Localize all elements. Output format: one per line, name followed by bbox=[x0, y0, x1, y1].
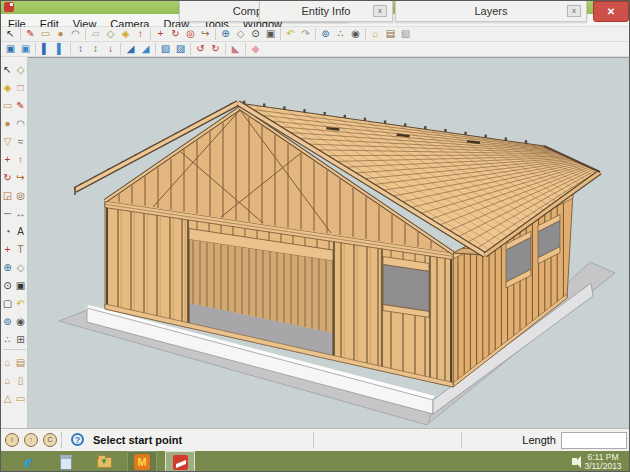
polygon-tool-button[interactable]: ▽ bbox=[1, 135, 14, 149]
line-tool-button[interactable]: ✎ bbox=[14, 99, 27, 113]
offset-tool-button[interactable]: ◎ bbox=[14, 189, 27, 203]
toolbar-separator bbox=[245, 43, 246, 55]
plugin-tool-11-button[interactable]: ▨ bbox=[173, 42, 188, 56]
credits-badge[interactable]: C bbox=[43, 433, 57, 447]
plugin-tool-08-button[interactable]: ◢ bbox=[123, 42, 138, 56]
look-around-tool-button[interactable]: ◉ bbox=[348, 27, 363, 41]
orbit-tool-button[interactable]: ⊕ bbox=[218, 27, 233, 41]
plugin-tool-05-button[interactable]: ↕ bbox=[73, 42, 88, 56]
axes-tool-button[interactable]: + bbox=[1, 243, 14, 257]
taskbar-clock[interactable]: 6:11 PM 3/11/2013 bbox=[579, 453, 627, 471]
follow-me-tool-button[interactable]: ↪ bbox=[198, 27, 213, 41]
window-close-button[interactable]: ✕ bbox=[593, 1, 629, 22]
rotate-tool-button[interactable]: ↻ bbox=[1, 171, 14, 185]
plugin-tool-10-button[interactable]: ▧ bbox=[158, 42, 173, 56]
position-camera-tool-button[interactable]: ⊚ bbox=[318, 27, 333, 41]
arc-tool-button[interactable]: ◠ bbox=[14, 117, 27, 131]
circle-tool-button[interactable]: ● bbox=[1, 117, 14, 131]
components-browser-button[interactable]: ▧ bbox=[398, 27, 413, 41]
zoom-window-tool-button[interactable]: ▣ bbox=[14, 279, 27, 293]
zoom-extents-tool-button[interactable]: ▣ bbox=[263, 27, 278, 41]
taskbar-calculator[interactable] bbox=[51, 451, 81, 472]
view-right-button[interactable]: ▯ bbox=[14, 374, 27, 388]
plugin-tool-04-button[interactable]: ▌ bbox=[53, 42, 68, 56]
plugin-tool-07-button[interactable]: ↓ bbox=[103, 42, 118, 56]
offset-tool-button[interactable]: ◎ bbox=[183, 27, 198, 41]
view-left-button[interactable]: ▭ bbox=[14, 392, 27, 406]
view-iso-button[interactable]: ⌂ bbox=[1, 356, 14, 370]
geolocation-badge[interactable]: i bbox=[5, 433, 19, 447]
toolbar-separator bbox=[85, 28, 86, 40]
rectangle-tool-button[interactable]: ▭ bbox=[38, 27, 53, 41]
view-top-button[interactable]: ▤ bbox=[14, 356, 27, 370]
make-component-tool-button[interactable]: ◇ bbox=[14, 63, 27, 77]
plugin-tool-02-button[interactable]: ▣ bbox=[18, 42, 33, 56]
panel-title-layers: Layers bbox=[396, 1, 586, 21]
eraser-tool-button[interactable]: □ bbox=[14, 81, 27, 95]
tape-measure-tool-button[interactable]: ─ bbox=[1, 207, 14, 221]
viewport-canvas[interactable] bbox=[28, 57, 630, 428]
plugin-tool-01-button[interactable]: ▣ bbox=[3, 42, 18, 56]
push-pull-tool-button[interactable]: ↑ bbox=[133, 27, 148, 41]
walk-tool-button[interactable]: ∴ bbox=[333, 27, 348, 41]
previous-view-button[interactable]: ↶ bbox=[283, 27, 298, 41]
dimension-tool-button[interactable]: ↔ bbox=[14, 207, 27, 221]
pan-tool-button[interactable]: ◇ bbox=[233, 27, 248, 41]
make-component-tool-button[interactable]: ◇ bbox=[103, 27, 118, 41]
taskbar-file-explorer[interactable] bbox=[89, 451, 119, 472]
paint-bucket-tool-button[interactable]: ◈ bbox=[1, 81, 14, 95]
push-pull-tool-button[interactable]: ↑ bbox=[14, 153, 27, 167]
view-front-button[interactable]: ⌂ bbox=[1, 374, 14, 388]
measurement-input[interactable] bbox=[561, 432, 627, 449]
zoom-extents-tool-button[interactable]: ▢ bbox=[1, 297, 14, 311]
walk-tool-button[interactable]: ∴ bbox=[1, 333, 14, 347]
select-tool-button[interactable]: ↖ bbox=[3, 27, 18, 41]
share-model-button[interactable]: ▤ bbox=[383, 27, 398, 41]
move-tool-button[interactable]: + bbox=[153, 27, 168, 41]
zoom-tool-button[interactable]: ⊙ bbox=[248, 27, 263, 41]
panel-close-layers[interactable]: x bbox=[567, 5, 581, 17]
plugin-tool-06-button[interactable]: ↕ bbox=[88, 42, 103, 56]
position-camera-tool-button[interactable]: ⊚ bbox=[1, 315, 14, 329]
follow-me-tool-button[interactable]: ↪ bbox=[14, 171, 27, 185]
volume-icon[interactable] bbox=[572, 458, 577, 465]
panel-tray-entity-info[interactable]: Entity Infox bbox=[259, 1, 393, 22]
plugin-tool-14-button[interactable]: ◣ bbox=[228, 42, 243, 56]
plugin-tool-15-button[interactable]: ◆ bbox=[248, 42, 263, 56]
rectangle-tool-button[interactable]: ▭ bbox=[1, 99, 14, 113]
panel-close-entity-info[interactable]: x bbox=[373, 5, 387, 17]
select-tool-button[interactable]: ↖ bbox=[1, 63, 14, 77]
look-around-tool-button[interactable]: ◉ bbox=[14, 315, 27, 329]
plugin-tool-09-button[interactable]: ◢ bbox=[138, 42, 153, 56]
view-back-button[interactable]: △ bbox=[1, 392, 14, 406]
freehand-tool-button[interactable]: ≈ bbox=[14, 135, 27, 149]
panel-tray-layers[interactable]: Layersx bbox=[395, 1, 587, 22]
taskbar-internet-explorer[interactable]: e bbox=[13, 451, 43, 472]
move-tool-button[interactable]: + bbox=[1, 153, 14, 167]
rotate-tool-button[interactable]: ↻ bbox=[168, 27, 183, 41]
help-icon[interactable]: ? bbox=[71, 433, 84, 446]
taskbar-game-app[interactable]: M bbox=[127, 451, 157, 472]
previous-view-button[interactable]: ↶ bbox=[14, 297, 27, 311]
text-tool-button[interactable]: A bbox=[14, 225, 27, 239]
arc-tool-button[interactable]: ◠ bbox=[68, 27, 83, 41]
scale-tool-button[interactable]: ◲ bbox=[1, 189, 14, 203]
eraser-tool-button[interactable]: ▱ bbox=[88, 27, 103, 41]
taskbar-sketchup[interactable] bbox=[165, 451, 195, 472]
protractor-tool-button[interactable]: ◔ bbox=[1, 225, 14, 239]
plugin-tool-12-button[interactable]: ↺ bbox=[193, 42, 208, 56]
plugin-tool-03-button[interactable]: ▌ bbox=[38, 42, 53, 56]
paint-bucket-tool-button[interactable]: ◈ bbox=[118, 27, 133, 41]
orbit-tool-button[interactable]: ⊕ bbox=[1, 261, 14, 275]
circle-tool-button[interactable]: ● bbox=[53, 27, 68, 41]
plugin-tool-13-button[interactable]: ↻ bbox=[208, 42, 223, 56]
next-view-button[interactable]: ↷ bbox=[298, 27, 313, 41]
3d-text-tool-button[interactable]: T bbox=[14, 243, 27, 257]
internet-explorer-icon: e bbox=[24, 452, 32, 472]
zoom-tool-button[interactable]: ⊙ bbox=[1, 279, 14, 293]
claim-credit-badge[interactable]: ↑ bbox=[24, 433, 38, 447]
get-models-button[interactable]: ⌂ bbox=[368, 27, 383, 41]
line-tool-button[interactable]: ✎ bbox=[23, 27, 38, 41]
pan-tool-button[interactable]: ◇ bbox=[14, 261, 27, 275]
section-plane-tool-button[interactable]: ⊞ bbox=[14, 333, 27, 347]
